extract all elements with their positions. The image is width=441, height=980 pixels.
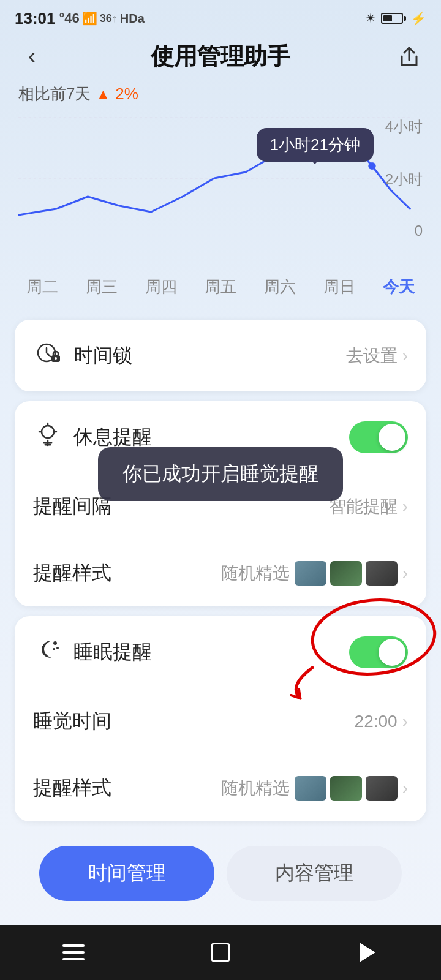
rest-thumb-3	[366, 561, 398, 586]
day-mon: 周二	[26, 276, 58, 298]
nav-bar	[0, 925, 441, 980]
day-sat: 周日	[323, 276, 355, 298]
time-lock-icon	[33, 339, 62, 372]
sleep-time-row[interactable]: 睡觉时间 22:00 ›	[15, 688, 426, 755]
nav-home-button[interactable]	[196, 928, 245, 977]
page-title: 使用管理助手	[49, 41, 392, 72]
status-bar: 13:01 °46 📶 36↑ HDa ✴ ⚡	[0, 0, 441, 34]
tab-time-management[interactable]: 时间管理	[39, 846, 214, 901]
rest-style-chevron: ›	[402, 564, 408, 583]
time-lock-action: 去设置	[346, 344, 398, 368]
bottom-tabs: 时间管理 内容管理	[15, 831, 426, 916]
sleep-style-chevron: ›	[402, 778, 408, 798]
svg-point-10	[53, 648, 55, 650]
tab-content-label: 内容管理	[275, 860, 353, 887]
rest-interval-value: 智能提醒	[329, 495, 398, 518]
rest-interval-label: 提醒间隔	[33, 493, 111, 520]
day-tue: 周三	[86, 276, 118, 298]
rest-thumb-strip	[295, 561, 398, 586]
day-today: 今天	[383, 276, 415, 298]
time-lock-right[interactable]: 去设置 ›	[346, 344, 408, 368]
stats-percent: 2%	[115, 85, 138, 104]
sleep-style-label: 提醒样式	[33, 775, 111, 802]
time-lock-left: 时间锁	[33, 339, 132, 372]
status-time: 13:01 °46 📶 36↑ HDa	[15, 9, 145, 28]
app-header: ‹ 使用管理助手	[0, 34, 441, 83]
sleep-time-label: 睡觉时间	[33, 708, 111, 735]
hd-label: HDa	[120, 12, 145, 26]
stats-bar: 相比前7天 ▲ 2%	[0, 83, 441, 111]
day-thu: 周五	[205, 276, 236, 298]
sleep-thumb-1	[295, 776, 326, 801]
svg-point-8	[53, 641, 57, 645]
nav-menu-button[interactable]	[49, 928, 98, 977]
tab-content-management[interactable]: 内容管理	[227, 846, 402, 901]
y-label-bottom: 0	[385, 222, 423, 239]
rest-style-value: 随机精选	[221, 562, 290, 585]
day-wed: 周四	[145, 276, 177, 298]
day-labels: 周二 周三 周四 周五 周六 周日 今天	[0, 270, 441, 310]
rest-style-label: 提醒样式	[33, 560, 111, 587]
time-label: 13:01	[15, 9, 56, 28]
time-lock-label: 时间锁	[74, 342, 132, 369]
status-right-icons: ✴ ⚡	[365, 10, 426, 26]
sleep-reminder-toggle[interactable]	[349, 636, 408, 668]
signal-4g-icon: 📶	[82, 11, 97, 26]
usage-chart: 4小时 2小时 0 1小时21分钟	[0, 111, 441, 270]
sleep-time-value: 22:00	[355, 712, 398, 731]
sleep-reminder-icon	[33, 636, 62, 668]
wifi-icon: °46	[59, 10, 80, 26]
rest-reminder-card: 休息提醒 提醒间隔 智能提醒 › 提醒样式 随机精选 ›	[15, 401, 426, 606]
back-arrow-icon: ‹	[28, 43, 36, 69]
sleep-reminder-main-row: 睡眠提醒	[15, 616, 426, 688]
sleep-time-right: 22:00 ›	[355, 712, 408, 731]
svg-point-9	[56, 647, 59, 649]
y-label-top: 4小时	[385, 117, 423, 137]
svg-point-3	[368, 162, 375, 170]
toast-text: 你已成功开启睡觉提醒	[123, 462, 318, 484]
rest-style-row[interactable]: 提醒样式 随机精选 ›	[15, 540, 426, 606]
back-button[interactable]: ‹	[15, 39, 49, 74]
y-label-mid: 2小时	[385, 170, 423, 189]
rest-interval-right: 智能提醒 ›	[329, 495, 408, 518]
stats-prefix: 相比前7天	[18, 83, 91, 105]
charging-icon: ⚡	[411, 11, 426, 26]
chart-y-labels: 4小时 2小时 0	[385, 117, 423, 239]
rest-reminder-icon	[33, 421, 62, 453]
nav-menu-icon	[62, 951, 85, 954]
time-lock-chevron: ›	[402, 346, 408, 366]
day-fri: 周六	[264, 276, 296, 298]
nav-back-icon	[360, 943, 375, 962]
sleep-thumb-3	[366, 776, 398, 801]
battery-icon	[381, 13, 406, 24]
bluetooth-icon: ✴	[365, 10, 376, 26]
sleep-reminder-left: 睡眠提醒	[33, 636, 152, 668]
nav-back-button[interactable]	[343, 928, 392, 977]
svg-point-7	[42, 426, 54, 438]
share-button[interactable]	[392, 39, 426, 74]
rest-thumb-2	[330, 561, 362, 586]
sleep-thumb-2	[330, 776, 362, 801]
rest-style-right: 随机精选 ›	[221, 561, 408, 586]
svg-point-6	[55, 357, 57, 360]
sleep-time-chevron: ›	[402, 712, 408, 731]
rest-thumb-1	[295, 561, 326, 586]
toast-notification: 你已成功开启睡觉提醒	[98, 447, 343, 501]
nav-home-icon	[211, 943, 230, 962]
sleep-reminder-label: 睡眠提醒	[74, 639, 152, 666]
tooltip-text: 1小时21分钟	[270, 135, 360, 154]
rest-reminder-label: 休息提醒	[74, 424, 152, 451]
time-lock-card: 时间锁 去设置 ›	[15, 320, 426, 391]
rest-reminder-toggle[interactable]	[349, 421, 408, 453]
toggle-knob	[379, 424, 405, 451]
signal-icons: °46 📶 36↑ HDa	[59, 10, 145, 26]
sleep-toggle-knob	[379, 639, 405, 666]
tab-time-label: 时间管理	[88, 860, 166, 887]
share-icon	[397, 44, 421, 69]
sleep-thumb-strip	[295, 776, 398, 801]
sleep-style-value: 随机精选	[221, 777, 290, 800]
time-lock-row[interactable]: 时间锁 去设置 ›	[15, 320, 426, 391]
signal-3g-icon: 36↑	[100, 12, 118, 25]
chart-tooltip: 1小时21分钟	[257, 128, 374, 162]
sleep-style-row[interactable]: 提醒样式 随机精选 ›	[15, 755, 426, 821]
